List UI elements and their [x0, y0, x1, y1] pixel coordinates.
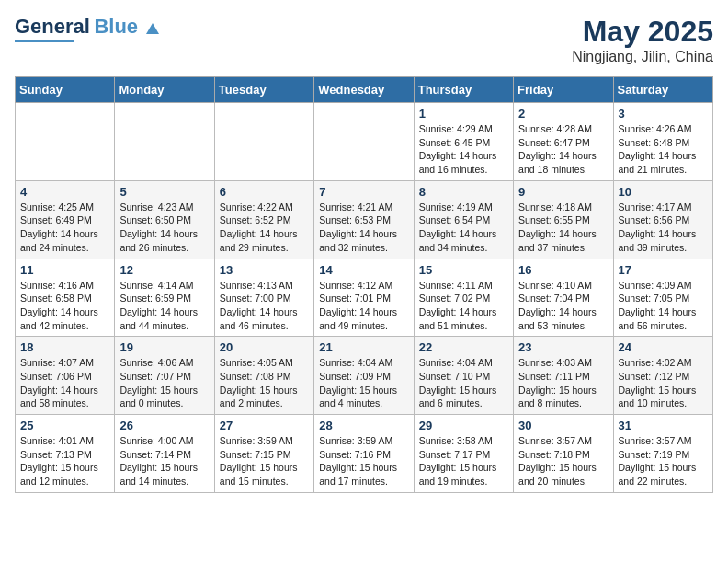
- calendar-cell: 29Sunrise: 3:58 AM Sunset: 7:17 PM Dayli…: [414, 415, 513, 493]
- day-info: Sunrise: 4:06 AM Sunset: 7:07 PM Dayligh…: [119, 356, 209, 410]
- day-number: 4: [20, 185, 109, 199]
- day-number: 1: [419, 107, 508, 121]
- day-number: 14: [319, 263, 408, 277]
- day-number: 30: [518, 419, 608, 432]
- day-number: 6: [220, 185, 309, 199]
- day-number: 27: [220, 419, 309, 432]
- day-info: Sunrise: 4:03 AM Sunset: 7:11 PM Dayligh…: [518, 356, 608, 410]
- calendar-cell: 10Sunrise: 4:17 AM Sunset: 6:56 PM Dayli…: [613, 180, 712, 259]
- calendar-cell: 13Sunrise: 4:13 AM Sunset: 7:00 PM Dayli…: [214, 259, 313, 337]
- calendar-cell: [115, 103, 214, 181]
- weekday-header-friday: Friday: [514, 77, 613, 103]
- day-number: 13: [220, 263, 309, 277]
- calendar-week-4: 18Sunrise: 4:07 AM Sunset: 7:06 PM Dayli…: [16, 337, 713, 415]
- svg-marker-0: [146, 23, 159, 34]
- month-year-title: May 2025: [572, 15, 713, 49]
- day-info: Sunrise: 4:09 AM Sunset: 7:05 PM Dayligh…: [619, 279, 708, 333]
- day-info: Sunrise: 4:22 AM Sunset: 6:52 PM Dayligh…: [220, 201, 309, 255]
- day-info: Sunrise: 4:07 AM Sunset: 7:06 PM Dayligh…: [20, 356, 109, 410]
- calendar-cell: 9Sunrise: 4:18 AM Sunset: 6:55 PM Daylig…: [514, 180, 613, 259]
- calendar-cell: [16, 103, 115, 181]
- day-number: 16: [518, 263, 608, 277]
- day-number: 28: [319, 419, 408, 432]
- calendar-cell: 19Sunrise: 4:06 AM Sunset: 7:07 PM Dayli…: [115, 337, 214, 415]
- day-info: Sunrise: 3:59 AM Sunset: 7:15 PM Dayligh…: [220, 434, 309, 488]
- day-info: Sunrise: 4:00 AM Sunset: 7:14 PM Dayligh…: [119, 434, 209, 488]
- day-info: Sunrise: 4:23 AM Sunset: 6:50 PM Dayligh…: [119, 201, 209, 255]
- day-info: Sunrise: 4:26 AM Sunset: 6:48 PM Dayligh…: [619, 122, 708, 177]
- calendar-cell: [314, 103, 414, 181]
- day-info: Sunrise: 4:29 AM Sunset: 6:45 PM Dayligh…: [419, 122, 508, 177]
- weekday-header-row: SundayMondayTuesdayWednesdayThursdayFrid…: [16, 77, 713, 103]
- day-info: Sunrise: 4:13 AM Sunset: 7:00 PM Dayligh…: [220, 279, 309, 333]
- calendar-cell: 5Sunrise: 4:23 AM Sunset: 6:50 PM Daylig…: [115, 180, 214, 259]
- calendar-cell: 28Sunrise: 3:59 AM Sunset: 7:16 PM Dayli…: [314, 415, 414, 493]
- calendar-cell: 15Sunrise: 4:11 AM Sunset: 7:02 PM Dayli…: [414, 259, 513, 337]
- day-number: 20: [220, 340, 309, 354]
- day-number: 10: [619, 185, 708, 199]
- calendar-cell: 16Sunrise: 4:10 AM Sunset: 7:04 PM Dayli…: [514, 259, 613, 337]
- calendar-cell: 2Sunrise: 4:28 AM Sunset: 6:47 PM Daylig…: [514, 103, 613, 181]
- day-number: 9: [518, 185, 608, 199]
- day-number: 25: [20, 419, 109, 432]
- day-info: Sunrise: 4:19 AM Sunset: 6:54 PM Dayligh…: [419, 201, 508, 255]
- day-number: 7: [319, 185, 408, 199]
- logo-text-blue: Blue: [94, 15, 138, 38]
- day-number: 18: [20, 340, 109, 354]
- day-info: Sunrise: 4:17 AM Sunset: 6:56 PM Dayligh…: [619, 201, 708, 255]
- calendar-cell: 30Sunrise: 3:57 AM Sunset: 7:18 PM Dayli…: [514, 415, 613, 493]
- day-info: Sunrise: 4:12 AM Sunset: 7:01 PM Dayligh…: [319, 279, 408, 333]
- calendar-cell: 24Sunrise: 4:02 AM Sunset: 7:12 PM Dayli…: [613, 337, 712, 415]
- day-info: Sunrise: 4:28 AM Sunset: 6:47 PM Dayligh…: [518, 122, 608, 177]
- day-info: Sunrise: 4:25 AM Sunset: 6:49 PM Dayligh…: [20, 201, 109, 255]
- calendar-cell: 21Sunrise: 4:04 AM Sunset: 7:09 PM Dayli…: [314, 337, 414, 415]
- day-number: 24: [619, 340, 708, 354]
- day-number: 11: [20, 263, 109, 277]
- day-number: 12: [119, 263, 209, 277]
- day-info: Sunrise: 3:57 AM Sunset: 7:19 PM Dayligh…: [619, 434, 708, 488]
- calendar-cell: 27Sunrise: 3:59 AM Sunset: 7:15 PM Dayli…: [214, 415, 313, 493]
- location-subtitle: Ningjiang, Jilin, China: [572, 49, 713, 65]
- day-number: 3: [619, 107, 708, 121]
- calendar-cell: 12Sunrise: 4:14 AM Sunset: 6:59 PM Dayli…: [115, 259, 214, 337]
- calendar-cell: 22Sunrise: 4:04 AM Sunset: 7:10 PM Dayli…: [414, 337, 513, 415]
- calendar-week-2: 4Sunrise: 4:25 AM Sunset: 6:49 PM Daylig…: [16, 180, 713, 259]
- day-info: Sunrise: 4:04 AM Sunset: 7:10 PM Dayligh…: [419, 356, 508, 410]
- calendar-cell: 11Sunrise: 4:16 AM Sunset: 6:58 PM Dayli…: [16, 259, 115, 337]
- day-info: Sunrise: 4:10 AM Sunset: 7:04 PM Dayligh…: [518, 279, 608, 333]
- calendar-cell: 4Sunrise: 4:25 AM Sunset: 6:49 PM Daylig…: [16, 180, 115, 259]
- calendar-cell: [214, 103, 313, 181]
- day-number: 21: [319, 340, 408, 354]
- weekday-header-monday: Monday: [115, 77, 214, 103]
- calendar-cell: 3Sunrise: 4:26 AM Sunset: 6:48 PM Daylig…: [613, 103, 712, 181]
- day-number: 29: [419, 419, 508, 432]
- weekday-header-sunday: Sunday: [16, 77, 115, 103]
- day-info: Sunrise: 3:59 AM Sunset: 7:16 PM Dayligh…: [319, 434, 408, 488]
- calendar-week-1: 1Sunrise: 4:29 AM Sunset: 6:45 PM Daylig…: [16, 103, 713, 181]
- title-block: May 2025 Ningjiang, Jilin, China: [572, 15, 713, 65]
- day-info: Sunrise: 4:14 AM Sunset: 6:59 PM Dayligh…: [119, 279, 209, 333]
- day-number: 19: [119, 340, 209, 354]
- day-number: 26: [119, 419, 209, 432]
- calendar-cell: 23Sunrise: 4:03 AM Sunset: 7:11 PM Dayli…: [514, 337, 613, 415]
- calendar-cell: 1Sunrise: 4:29 AM Sunset: 6:45 PM Daylig…: [414, 103, 513, 181]
- day-info: Sunrise: 4:04 AM Sunset: 7:09 PM Dayligh…: [319, 356, 408, 410]
- calendar-cell: 8Sunrise: 4:19 AM Sunset: 6:54 PM Daylig…: [414, 180, 513, 259]
- weekday-header-saturday: Saturday: [613, 77, 712, 103]
- calendar-cell: 20Sunrise: 4:05 AM Sunset: 7:08 PM Dayli…: [214, 337, 313, 415]
- day-info: Sunrise: 3:58 AM Sunset: 7:17 PM Dayligh…: [419, 434, 508, 488]
- day-number: 31: [619, 419, 708, 432]
- day-number: 5: [119, 185, 209, 199]
- day-info: Sunrise: 4:11 AM Sunset: 7:02 PM Dayligh…: [419, 279, 508, 333]
- calendar-cell: 25Sunrise: 4:01 AM Sunset: 7:13 PM Dayli…: [16, 415, 115, 493]
- logo: General Blue: [15, 15, 161, 42]
- calendar-cell: 6Sunrise: 4:22 AM Sunset: 6:52 PM Daylig…: [214, 180, 313, 259]
- calendar-cell: 7Sunrise: 4:21 AM Sunset: 6:53 PM Daylig…: [314, 180, 414, 259]
- calendar-cell: 31Sunrise: 3:57 AM Sunset: 7:19 PM Dayli…: [613, 415, 712, 493]
- day-info: Sunrise: 4:18 AM Sunset: 6:55 PM Dayligh…: [518, 201, 608, 255]
- day-number: 8: [419, 185, 508, 199]
- calendar-week-3: 11Sunrise: 4:16 AM Sunset: 6:58 PM Dayli…: [16, 259, 713, 337]
- logo-text-general: General: [15, 15, 90, 38]
- weekday-header-wednesday: Wednesday: [314, 77, 414, 103]
- page-header: General Blue May 2025 Ningjiang, Jilin, …: [15, 15, 713, 65]
